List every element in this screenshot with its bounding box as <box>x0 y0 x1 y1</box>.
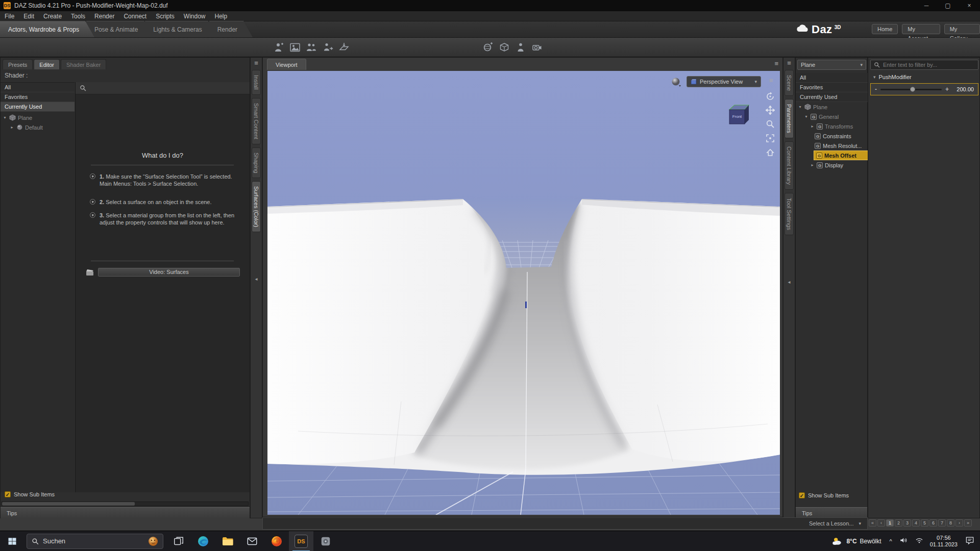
expand-icon[interactable]: ▾ <box>798 105 802 109</box>
tree-display[interactable]: ▸ G Display <box>796 160 868 170</box>
tree-general[interactable]: ▾ G General <box>796 112 868 121</box>
filter-currently-used[interactable]: Currently Used <box>1 102 75 112</box>
weather-widget[interactable]: 8°C Bewölkt <box>831 536 881 547</box>
menu-edit[interactable]: Edit <box>19 11 39 21</box>
menu-file[interactable]: File <box>0 11 19 21</box>
activity-tab-render[interactable]: Render <box>209 21 253 37</box>
show-sub-items-checkbox[interactable]: ✓ <box>799 492 805 498</box>
taskbar-daz-studio[interactable]: DS <box>289 531 313 551</box>
tree-constraints[interactable]: G Constraints <box>796 131 868 141</box>
tray-expand-icon[interactable]: ^ <box>890 538 892 544</box>
dock-tab-parameters[interactable]: Parameters <box>785 99 794 138</box>
show-sub-items-checkbox[interactable]: ✓ <box>5 491 11 497</box>
menu-connect[interactable]: Connect <box>119 11 151 21</box>
close-button[interactable]: × <box>959 0 980 11</box>
filter-favorites[interactable]: Favorites <box>1 92 75 102</box>
taskbar-app-misc[interactable] <box>313 531 338 551</box>
pager-page-7[interactable]: 7 <box>938 519 946 527</box>
parameter-search[interactable] <box>870 60 978 70</box>
menu-window[interactable]: Window <box>179 11 210 21</box>
start-button[interactable] <box>0 531 24 551</box>
task-view-button[interactable] <box>166 531 191 551</box>
figure-node-icon[interactable] <box>512 40 529 55</box>
search-highlight-icon[interactable] <box>148 536 158 546</box>
select-lesson-dropdown[interactable]: Select a Lesson... <box>809 520 853 527</box>
volume-icon[interactable] <box>899 536 909 546</box>
material-tree-default[interactable]: ▸ Default <box>1 122 75 132</box>
pager-page-6[interactable]: 6 <box>929 519 937 527</box>
pager-page-5[interactable]: 5 <box>921 519 928 527</box>
collapse-panel-icon[interactable]: ◂ <box>788 279 790 285</box>
orbit-camera-icon[interactable] <box>765 91 775 102</box>
dock-tab-smart-content[interactable]: Smart Content <box>252 98 261 144</box>
environment-icon[interactable] <box>287 40 303 55</box>
tips-bar[interactable]: Tips <box>796 507 867 518</box>
menu-create[interactable]: Create <box>39 11 66 21</box>
activity-tab-actors-wardrobe-props[interactable]: Actors, Wardrobe & Props <box>0 21 94 37</box>
home-button[interactable]: Home <box>872 24 898 34</box>
expand-icon[interactable]: ▾ <box>3 115 7 120</box>
my-account-button[interactable]: My Account <box>902 24 940 34</box>
parameter-value[interactable]: 200.00 <box>952 86 974 92</box>
video-surfaces-button[interactable]: Video: Surfaces <box>98 268 240 277</box>
clock[interactable]: 07:56 01.11.2023 <box>930 535 958 548</box>
tree-mesh-resolution[interactable]: G Mesh Resolut... <box>796 141 868 151</box>
activity-tab-lights-cameras[interactable]: Lights & Cameras <box>145 21 217 37</box>
tab-shader-baker[interactable]: Shader Baker <box>61 59 106 69</box>
pager-next[interactable]: › <box>955 519 963 527</box>
pager-first[interactable]: « <box>869 519 876 527</box>
collapse-panel-icon[interactable]: ◂ <box>255 276 257 282</box>
pager-page-2[interactable]: 2 <box>895 519 902 527</box>
network-icon[interactable] <box>915 536 924 546</box>
my-gallery-button[interactable]: My Gallery <box>944 24 980 34</box>
dropdown-arrow-icon[interactable]: ▾ <box>859 521 861 526</box>
view-cube[interactable]: Front <box>723 99 752 128</box>
cube-node-icon[interactable] <box>496 40 512 55</box>
horizontal-scrollbar[interactable] <box>2 502 249 506</box>
taskbar-search-input[interactable] <box>43 537 144 545</box>
taskbar-firefox[interactable] <box>264 531 289 551</box>
filter-favorites[interactable]: Favorites <box>796 83 868 92</box>
slider-increase-button[interactable]: + <box>945 86 949 93</box>
tab-presets[interactable]: Presets <box>3 59 33 69</box>
filter-currently-used[interactable]: Currently Used <box>796 92 868 102</box>
zoom-icon[interactable] <box>765 119 775 129</box>
filter-all[interactable]: All <box>796 73 868 83</box>
search-icon[interactable] <box>80 85 86 91</box>
taskbar-mail[interactable] <box>240 531 264 551</box>
viewport-canvas[interactable] <box>267 71 780 515</box>
pager-last[interactable]: » <box>964 519 972 527</box>
pager-page-1[interactable]: 1 <box>886 519 894 527</box>
menu-scripts[interactable]: Scripts <box>151 11 179 21</box>
expand-icon[interactable]: ▾ <box>873 74 876 80</box>
taskbar-file-explorer[interactable] <box>215 531 240 551</box>
plane-primitive-icon[interactable] <box>336 40 352 55</box>
dock-tab-surfaces-color[interactable]: Surfaces (Color) <box>252 181 261 232</box>
dock-tab-install[interactable]: Install <box>252 70 261 95</box>
slider-handle[interactable] <box>910 87 915 92</box>
dock-tab-tool-settings[interactable]: Tool Settings <box>785 193 794 235</box>
view-selector[interactable]: Perspective View ▾ <box>687 76 761 87</box>
material-tree-plane[interactable]: ▾ Plane <box>1 113 75 122</box>
collapsed-icon[interactable]: ▸ <box>810 163 815 167</box>
parameter-slider[interactable] <box>880 89 942 90</box>
minimize-button[interactable]: ─ <box>916 0 937 11</box>
pager-prev[interactable]: ‹ <box>877 519 885 527</box>
menu-help[interactable]: Help <box>210 11 232 21</box>
people-group-icon[interactable] <box>303 40 320 55</box>
slider-decrease-button[interactable]: - <box>875 86 877 93</box>
parameter-search-input[interactable] <box>883 62 975 68</box>
panel-menu-icon[interactable]: ≡ <box>787 60 791 67</box>
taskbar-edge[interactable] <box>191 531 215 551</box>
pose-figure-icon[interactable] <box>320 40 336 55</box>
frame-view-icon[interactable] <box>765 133 775 143</box>
camera-node-icon[interactable] <box>529 40 545 55</box>
taskbar-search[interactable] <box>27 534 163 549</box>
mesh-offset-parameter[interactable]: - + 200.00 <box>870 83 978 95</box>
menu-render[interactable]: Render <box>90 11 119 21</box>
menu-tools[interactable]: Tools <box>66 11 90 21</box>
dock-tab-scene[interactable]: Scene <box>785 70 794 96</box>
tab-editor[interactable]: Editor <box>34 59 60 69</box>
node-selector[interactable]: Plane ▾ <box>797 60 866 70</box>
dock-tab-shaping[interactable]: Shaping <box>252 147 261 178</box>
